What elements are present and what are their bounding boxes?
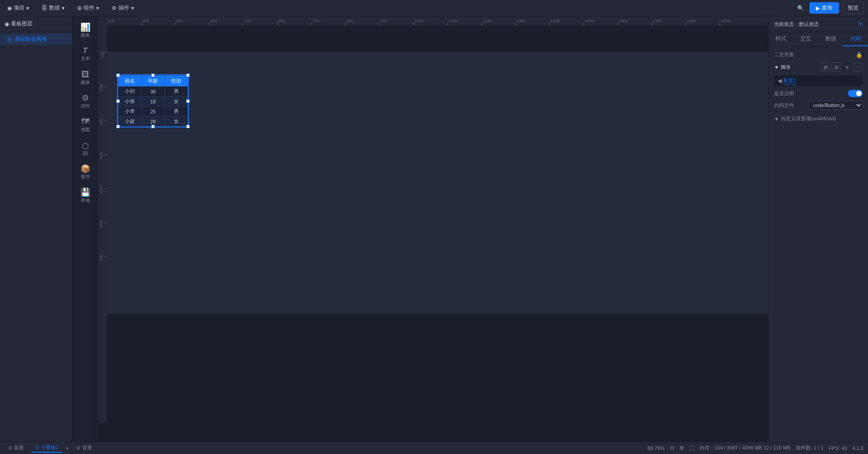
page-tab-foreground[interactable]: ⊙ 前景 <box>5 444 28 452</box>
tab-style[interactable]: 样式 <box>769 32 794 46</box>
top-bar-right: 🔍 ▶ 发布 预览 <box>795 2 863 14</box>
custom-settings-label: 自定义设置项(undefined) <box>781 115 863 122</box>
enable-toggle[interactable] <box>848 90 863 97</box>
chevron-down-icon: ▼ <box>774 64 779 70</box>
handle-ml[interactable] <box>116 99 120 103</box>
config-tab-label: 配置1 <box>784 77 796 84</box>
data-icon: 🗄 <box>42 5 47 11</box>
preview-button[interactable]: 预览 <box>843 2 863 14</box>
table-header-age: 年龄 <box>142 76 165 87</box>
secondary-dev-title: 二次开发 🔒 <box>774 51 863 58</box>
comp-map[interactable]: 🗺 地图 <box>74 114 96 136</box>
table-label: 基础数据表格 <box>15 35 47 43</box>
add-page-button[interactable]: + <box>66 445 69 451</box>
svg-text:1300: 1300 <box>517 19 526 23</box>
handle-bm[interactable] <box>151 125 155 128</box>
svg-text:900: 900 <box>380 19 387 23</box>
tab-code[interactable]: 代码 <box>843 32 868 46</box>
zoom-fit-icon[interactable]: ⊡ <box>670 445 674 451</box>
code-file-label: 代码文件 <box>774 102 794 109</box>
table-widget[interactable]: 姓名 年龄 性别 小刘36男小张18女小李25男小赵28女 <box>117 74 189 127</box>
script-split-icon[interactable]: ⊟ <box>832 63 841 72</box>
fullscreen-icon[interactable]: ⛶ <box>689 445 694 451</box>
table-cell-2-2: 男 <box>165 107 188 117</box>
svg-text:100: 100 <box>100 51 105 58</box>
ruler-horizontal: 100 200 300 400 500 600 700 800 <box>98 16 768 25</box>
handle-tl[interactable] <box>116 73 120 77</box>
publish-button[interactable]: ▶ 发布 <box>809 2 839 14</box>
script-grid-icon[interactable]: ⊞ <box>821 63 830 72</box>
menu-project[interactable]: ◉ 项目 ▾ <box>5 2 32 14</box>
fps-counter: FPS: 46 <box>829 445 847 451</box>
grid-view-icon[interactable]: ⊞ <box>680 445 684 451</box>
version-label: 4.1.8 <box>853 445 863 451</box>
svg-text:500: 500 <box>244 19 251 23</box>
operation-chevron: ▾ <box>131 5 134 11</box>
code-file-select[interactable]: code/Button.js <box>808 101 863 110</box>
config-tab[interactable]: ◀ 配置1 <box>774 75 863 86</box>
panel-header: 当前状态：默认状态 + <box>769 16 868 32</box>
sidebar-item-table[interactable]: ⊟ 基础数据表格 <box>0 34 72 45</box>
script-add-button[interactable]: + <box>843 63 852 72</box>
map-icon: 🗺 <box>81 117 89 126</box>
canvas-viewport[interactable]: 姓名 年龄 性别 小刘36男小张18女小李25男小赵28女 <box>107 25 768 423</box>
custom-settings-section[interactable]: ▼ 自定义设置项(undefined) <box>774 113 863 124</box>
table-cell-1-0: 小张 <box>118 97 142 107</box>
handle-tr[interactable] <box>186 73 190 77</box>
sidebar-title: ◉ 看板图层 <box>5 20 68 28</box>
operation-icon: ⚙ <box>112 5 117 11</box>
panel-content: 二次开发 🔒 ▼ 脚本 ⊞ ⊟ + ⋯ <box>769 47 868 441</box>
svg-text:200: 200 <box>142 19 149 23</box>
media-label: 媒体 <box>81 79 90 86</box>
handle-mr[interactable] <box>186 99 190 103</box>
svg-text:200: 200 <box>99 84 104 91</box>
handle-br[interactable] <box>186 125 190 128</box>
comp-3d[interactable]: ⬡ 3D <box>74 138 96 160</box>
foreground-label: 前景 <box>14 444 24 451</box>
add-state-button[interactable]: + <box>858 20 863 28</box>
preview-label: 预览 <box>848 5 858 11</box>
comp-media[interactable]: 🖼 媒体 <box>74 67 96 89</box>
table-row: 小张18女 <box>118 97 188 107</box>
project-chevron: ▾ <box>26 5 29 11</box>
menu-data[interactable]: 🗄 数据 ▾ <box>39 2 67 14</box>
lock-icon[interactable]: 🔒 <box>856 52 863 58</box>
menu-component[interactable]: ⊞ 组件 ▾ <box>74 2 102 14</box>
page-tab-subboard[interactable]: ⊙ 子看板1 <box>31 443 62 453</box>
comp-control[interactable]: ⚙ 控件 <box>74 91 96 112</box>
table-cell-1-1: 18 <box>142 97 165 107</box>
table-cell-0-0: 小刘 <box>118 87 142 97</box>
comp-kit[interactable]: 📦 套件 <box>74 161 96 183</box>
handle-bl[interactable] <box>116 125 120 128</box>
page-tab-background[interactable]: ⊙ 背景 <box>73 444 96 452</box>
top-bar-left: ◉ 项目 ▾ 🗄 数据 ▾ ⊞ 组件 ▾ ⚙ 操作 ▾ <box>5 2 137 14</box>
comp-chart[interactable]: 📊 图表 <box>74 20 96 42</box>
handle-tm[interactable] <box>151 73 155 77</box>
code-file-row: 代码文件 code/Button.js <box>774 101 863 110</box>
foreground-dot: ⊙ <box>8 445 12 451</box>
table-header-name: 姓名 <box>118 76 142 87</box>
background-dot: ⊙ <box>76 445 80 451</box>
main-area: ◉ 看板图层 ⊟ 基础数据表格 📊 图表 T 文本 🖼 媒体 ⚙ 控件 <box>0 16 868 441</box>
secondary-dev-section: 二次开发 🔒 <box>774 51 863 58</box>
comp-text[interactable]: T 文本 <box>74 44 96 65</box>
tab-data[interactable]: 数据 <box>819 32 843 46</box>
tab-interaction[interactable]: 交互 <box>794 32 819 46</box>
data-chevron: ▾ <box>62 5 64 11</box>
search-icon[interactable]: 🔍 <box>795 3 806 13</box>
menu-operation[interactable]: ⚙ 操作 ▾ <box>109 2 137 14</box>
local-label: 本地 <box>81 197 90 204</box>
status-label: 当前状态：默认状态 <box>774 21 819 28</box>
map-label: 地图 <box>81 127 90 133</box>
script-settings-icon[interactable]: ⋯ <box>853 63 863 72</box>
canvas-area[interactable]: 100 200 300 400 500 600 700 800 <box>98 16 768 441</box>
chevron-right-icon: ▼ <box>774 116 779 122</box>
svg-text:400: 400 <box>210 19 217 23</box>
control-icon: ⚙ <box>82 94 89 102</box>
table-cell-3-0: 小赵 <box>118 117 142 127</box>
svg-text:1600: 1600 <box>619 19 628 23</box>
svg-text:1800: 1800 <box>687 19 696 23</box>
svg-text:300: 300 <box>176 19 183 23</box>
background-label: 背景 <box>82 444 92 451</box>
comp-local[interactable]: 💾 本地 <box>74 185 96 207</box>
